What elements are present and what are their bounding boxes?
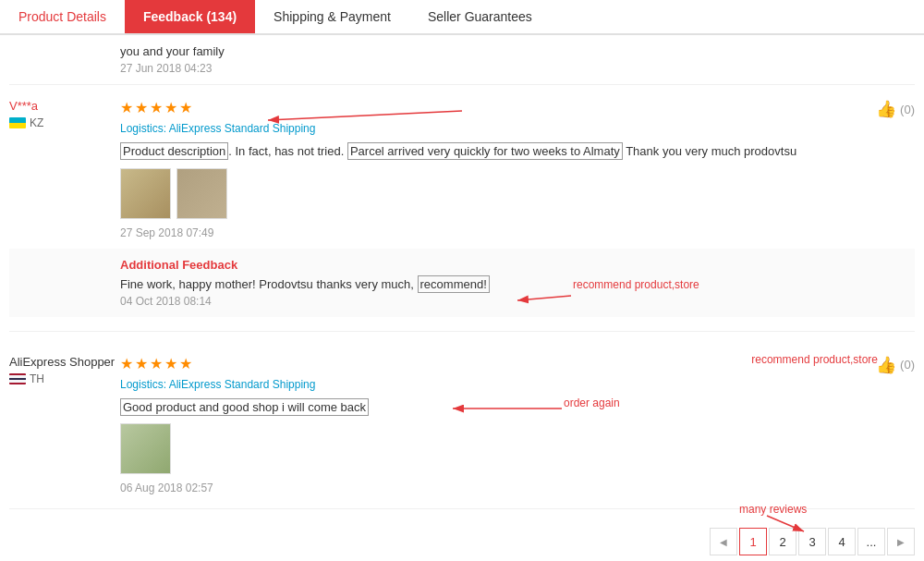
star: ★ bbox=[135, 99, 148, 116]
reviewer-country-2: TH bbox=[9, 372, 120, 385]
thumbs-up-section-2[interactable]: 👍 (0) bbox=[876, 355, 915, 375]
country-code-2: TH bbox=[30, 372, 44, 385]
review-text-2: Good product and good shop i will come b… bbox=[120, 398, 915, 417]
additional-feedback-text: Fine work, happy mother! Prodovtsu thank… bbox=[120, 277, 915, 291]
logistics-info: Logistics: AliExpress Standard Shipping bbox=[120, 122, 915, 135]
review-date: 27 Sep 2018 07:49 bbox=[120, 226, 915, 239]
pagination-page-2[interactable]: 2 bbox=[769, 528, 796, 555]
star: ★ bbox=[150, 355, 163, 372]
star: ★ bbox=[135, 355, 148, 372]
reviewer-country: KZ bbox=[9, 116, 120, 129]
review-image-1[interactable] bbox=[120, 168, 171, 219]
tab-seller[interactable]: Seller Guarantees bbox=[409, 0, 551, 33]
top-text: you and your family bbox=[9, 44, 915, 58]
review-item: 👍 (0) V***a KZ ★ ★ ★ ★ bbox=[9, 85, 915, 332]
pagination-next[interactable]: ▶ bbox=[887, 528, 915, 555]
review-text-middle: . In fact, has not tried. bbox=[228, 144, 347, 158]
pagination-ellipsis[interactable]: ... bbox=[857, 528, 885, 555]
additional-feedback-section: Additional Feedback Fine work, happy mot… bbox=[9, 249, 915, 317]
reviewer-info-2: AliExpress Shopper TH bbox=[9, 355, 120, 495]
logistics-value-2: AliExpress Standard Shipping bbox=[169, 378, 316, 391]
top-section: you and your family 27 Jun 2018 04:23 bbox=[9, 35, 915, 85]
reviewer-info: V***a KZ bbox=[9, 99, 120, 239]
review-images-2 bbox=[120, 423, 915, 474]
pagination-prev[interactable]: ◀ bbox=[710, 528, 737, 555]
like-count-2: (0) bbox=[900, 358, 915, 372]
content-area: you and your family 27 Jun 2018 04:23 👍 … bbox=[0, 35, 924, 509]
country-flag bbox=[9, 117, 26, 128]
pagination-page-4[interactable]: 4 bbox=[828, 528, 856, 555]
highlight-product-description: Product description bbox=[120, 142, 228, 160]
reviewer-name-2: AliExpress Shopper bbox=[9, 355, 120, 369]
star: ★ bbox=[179, 355, 192, 372]
pagination: ◀ 1 2 3 4 ... ▶ bbox=[0, 509, 924, 561]
review-text: Product description. In fact, has not tr… bbox=[120, 142, 915, 161]
highlight-good-product: Good product and good shop i will come b… bbox=[120, 398, 369, 416]
review-image-3[interactable] bbox=[120, 423, 171, 474]
review-images bbox=[120, 168, 915, 219]
star: ★ bbox=[150, 99, 163, 116]
review-item-2: 👍 (0) AliExpress Shopper TH ★ ★ ★ bbox=[9, 341, 915, 510]
additional-feedback-date: 04 Oct 2018 08:14 bbox=[120, 295, 915, 308]
star-rating-2: ★ ★ ★ ★ ★ bbox=[120, 355, 915, 372]
star: ★ bbox=[164, 355, 177, 372]
reviewer-name: V***a bbox=[9, 99, 120, 113]
review-date-2: 06 Aug 2018 02:57 bbox=[120, 482, 915, 494]
highlight-parcel: Parcel arrived very quickly for two week… bbox=[347, 142, 623, 160]
feedback-highlight: recommend! bbox=[418, 275, 490, 293]
star: ★ bbox=[179, 99, 192, 116]
country-code: KZ bbox=[30, 116, 43, 129]
review-body-2: ★ ★ ★ ★ ★ Logistics: AliExpress Standard… bbox=[120, 355, 915, 495]
logistics-info-2: Logistics: AliExpress Standard Shipping bbox=[120, 378, 915, 391]
review-body: ★ ★ ★ ★ ★ Logistics: AliExpress Standard… bbox=[120, 99, 915, 239]
star: ★ bbox=[164, 99, 177, 116]
thumbs-up-icon: 👍 bbox=[876, 99, 896, 119]
star: ★ bbox=[120, 355, 133, 372]
pagination-page-3[interactable]: 3 bbox=[798, 528, 826, 555]
star-rating: ★ ★ ★ ★ ★ bbox=[120, 99, 915, 116]
top-date: 27 Jun 2018 04:23 bbox=[9, 62, 915, 75]
logistics-value: AliExpress Standard Shipping bbox=[169, 122, 316, 135]
pagination-page-1[interactable]: 1 bbox=[739, 528, 767, 555]
tab-bar: Product Details Feedback (134) Shipping … bbox=[0, 0, 924, 35]
country-flag-2 bbox=[9, 373, 26, 384]
thumbs-up-icon-2: 👍 bbox=[876, 355, 896, 375]
review-image-2[interactable] bbox=[176, 168, 227, 219]
reviewer-section-2: AliExpress Shopper TH ★ ★ ★ ★ ★ bbox=[9, 355, 915, 495]
feedback-text-before: Fine work, happy mother! Prodovtsu thank… bbox=[120, 277, 418, 291]
tab-shipping[interactable]: Shipping & Payment bbox=[255, 0, 409, 33]
like-count: (0) bbox=[900, 103, 915, 116]
additional-feedback-title: Additional Feedback bbox=[9, 258, 915, 272]
tab-product-details[interactable]: Product Details bbox=[0, 0, 125, 33]
additional-feedback-content: Fine work, happy mother! Prodovtsu thank… bbox=[9, 277, 915, 308]
tab-feedback[interactable]: Feedback (134) bbox=[125, 0, 255, 33]
reviewer-section: V***a KZ ★ ★ ★ ★ ★ Logistics: bbox=[9, 99, 915, 239]
star: ★ bbox=[120, 99, 133, 116]
review-text-after: Thank you very much prodovtsu bbox=[623, 144, 796, 158]
thumbs-up-section[interactable]: 👍 (0) bbox=[876, 99, 915, 119]
